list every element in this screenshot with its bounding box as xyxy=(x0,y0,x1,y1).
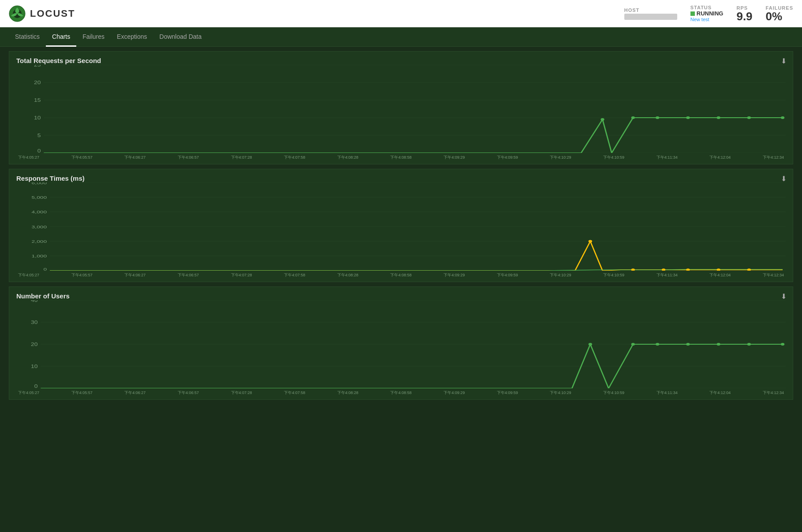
response-chart-area: 6,000 5,000 4,000 3,000 2,000 1,000 0 xyxy=(16,182,786,271)
ux-label-11: 下午4:10:59 xyxy=(603,390,624,396)
svg-text:0: 0 xyxy=(37,149,41,153)
rps-chart-title: Total Requests per Second xyxy=(16,57,101,64)
rx-label-5: 下午4:07:58 xyxy=(284,272,305,278)
svg-point-54 xyxy=(686,343,690,346)
rx-label-6: 下午4:08:28 xyxy=(337,272,358,278)
nav-item-statistics[interactable]: Statistics xyxy=(9,27,46,47)
svg-point-20 xyxy=(781,116,784,119)
x-label-1: 下午4:05:57 xyxy=(71,155,93,160)
svg-point-57 xyxy=(781,343,784,346)
rx-label-14: 下午4:12:34 xyxy=(763,272,784,278)
x-label-4: 下午4:07:28 xyxy=(231,155,252,160)
x-label-12: 下午4:11:34 xyxy=(657,155,678,160)
status-dot xyxy=(690,11,695,16)
rx-label-7: 下午4:08:58 xyxy=(390,272,411,278)
svg-text:30: 30 xyxy=(31,320,38,325)
svg-point-37 xyxy=(662,268,665,271)
rx-label-9: 下午4:09:59 xyxy=(497,272,518,278)
response-svg: 6,000 5,000 4,000 3,000 2,000 1,000 0 xyxy=(16,182,786,271)
users-chart-title: Number of Users xyxy=(16,292,70,300)
ux-label-0: 下午4:05:27 xyxy=(18,390,39,396)
rps-chart-area: 25 20 15 10 5 0 xyxy=(16,65,786,153)
svg-text:15: 15 xyxy=(34,98,41,103)
rps-svg: 25 20 15 10 5 0 xyxy=(16,65,786,153)
rx-label-3: 下午4:06:57 xyxy=(178,272,199,278)
svg-text:10: 10 xyxy=(31,364,38,369)
logo-icon xyxy=(9,5,26,22)
svg-text:6,000: 6,000 xyxy=(32,182,47,185)
host-section: HOST xyxy=(624,7,677,20)
users-chart-area: 40 30 20 10 0 xyxy=(16,300,786,388)
svg-point-35 xyxy=(589,240,592,242)
rps-section: RPS 9.9 xyxy=(736,5,752,22)
ux-label-8: 下午4:09:29 xyxy=(444,390,465,396)
ux-label-9: 下午4:09:59 xyxy=(497,390,518,396)
svg-point-19 xyxy=(747,116,751,119)
x-label-13: 下午4:12:04 xyxy=(709,155,731,160)
svg-point-38 xyxy=(686,268,690,271)
response-chart-title: Response Times (ms) xyxy=(16,175,85,182)
rx-label-11: 下午4:10:59 xyxy=(603,272,624,278)
response-x-labels: 下午4:05:27 下午4:05:57 下午4:06:27 下午4:06:57 … xyxy=(16,272,786,278)
header: LOCUST HOST STATUS RUNNING New test RPS … xyxy=(0,0,802,27)
nav-item-charts[interactable]: Charts xyxy=(46,27,76,47)
ux-label-14: 下午4:12:34 xyxy=(763,390,784,396)
svg-text:2,000: 2,000 xyxy=(32,239,47,244)
nav-item-download[interactable]: Download Data xyxy=(153,27,208,47)
nav-item-failures[interactable]: Failures xyxy=(76,27,111,47)
svg-text:20: 20 xyxy=(34,80,41,86)
response-download-icon[interactable]: ⬇ xyxy=(781,175,787,183)
svg-point-15 xyxy=(631,116,635,119)
svg-text:0: 0 xyxy=(34,384,38,388)
users-svg: 40 30 20 10 0 xyxy=(16,300,786,388)
rps-download-icon[interactable]: ⬇ xyxy=(781,57,787,65)
ux-label-6: 下午4:08:28 xyxy=(337,390,358,396)
rps-x-labels: 下午4:05:27 下午4:05:57 下午4:06:27 下午4:06:57 … xyxy=(16,155,786,160)
svg-text:25: 25 xyxy=(34,65,41,67)
status-label: STATUS xyxy=(690,5,712,10)
svg-text:0: 0 xyxy=(44,267,47,271)
response-chart-panel: Response Times (ms) ⬇ 6,000 5,000 4,000 … xyxy=(9,169,793,282)
ux-label-2: 下午4:06:27 xyxy=(124,390,145,396)
svg-text:20: 20 xyxy=(31,342,38,347)
svg-point-16 xyxy=(656,116,659,119)
rx-label-12: 下午4:11:34 xyxy=(657,272,678,278)
failures-section: FAILURES 0% xyxy=(766,5,793,22)
nav-item-exceptions[interactable]: Exceptions xyxy=(111,27,153,47)
svg-point-14 xyxy=(601,118,604,121)
new-test-link[interactable]: New test xyxy=(690,17,709,22)
ux-label-12: 下午4:11:34 xyxy=(657,390,678,396)
x-label-0: 下午4:05:27 xyxy=(18,155,39,160)
svg-point-56 xyxy=(747,343,751,346)
x-label-3: 下午4:06:57 xyxy=(178,155,199,160)
rx-label-0: 下午4:05:27 xyxy=(18,272,39,278)
header-right: HOST STATUS RUNNING New test RPS 9.9 FAI… xyxy=(624,5,793,22)
svg-text:5: 5 xyxy=(37,133,41,138)
svg-point-53 xyxy=(656,343,659,346)
status-value: RUNNING xyxy=(690,10,724,17)
svg-text:40: 40 xyxy=(31,300,38,303)
x-label-8: 下午4:09:29 xyxy=(444,155,465,160)
ux-label-7: 下午4:08:58 xyxy=(390,390,411,396)
svg-point-51 xyxy=(589,343,592,346)
rx-label-1: 下午4:05:57 xyxy=(71,272,93,278)
rps-value: 9.9 xyxy=(736,11,752,22)
users-chart-panel: Number of Users ⬇ 40 30 20 10 0 xyxy=(9,286,793,400)
users-download-icon[interactable]: ⬇ xyxy=(781,292,787,301)
users-x-labels: 下午4:05:27 下午4:05:57 下午4:06:27 下午4:06:57 … xyxy=(16,390,786,396)
svg-text:1,000: 1,000 xyxy=(32,254,47,259)
x-label-7: 下午4:08:58 xyxy=(390,155,411,160)
svg-point-39 xyxy=(717,268,720,271)
svg-point-18 xyxy=(717,116,720,119)
svg-text:3,000: 3,000 xyxy=(32,224,47,229)
ux-label-3: 下午4:06:57 xyxy=(178,390,199,396)
x-label-10: 下午4:10:29 xyxy=(550,155,571,160)
rps-chart-panel: Total Requests per Second ⬇ 25 20 15 10 … xyxy=(9,51,793,164)
ux-label-10: 下午4:10:29 xyxy=(550,390,571,396)
rx-label-8: 下午4:09:29 xyxy=(444,272,465,278)
nav: Statistics Charts Failures Exceptions Do… xyxy=(0,27,802,47)
svg-point-17 xyxy=(686,116,690,119)
logo-text: LOCUST xyxy=(30,8,75,19)
ux-label-4: 下午4:07:28 xyxy=(231,390,252,396)
status-running: RUNNING xyxy=(697,10,724,17)
